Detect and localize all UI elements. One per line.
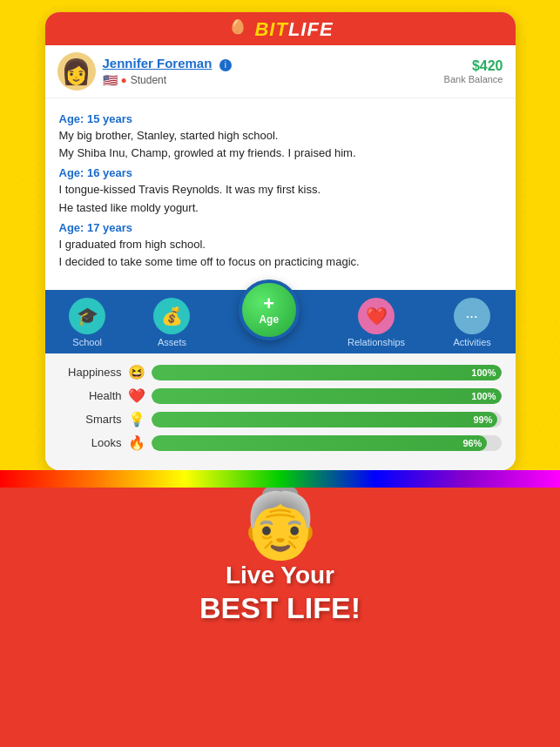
stat-label: Smarts bbox=[59, 413, 122, 426]
stat-bar-fill: 100% bbox=[152, 365, 502, 380]
status-label: Student bbox=[131, 74, 166, 86]
stats-area: Happiness😆100%Health❤️100%Smarts💡99%Look… bbox=[45, 353, 516, 470]
plus-icon: + bbox=[263, 294, 274, 313]
stat-bar-bg: 99% bbox=[152, 412, 502, 427]
age-header: Age: 17 years bbox=[59, 221, 502, 234]
top-bar: 🥚 BitLIFE bbox=[45, 12, 516, 45]
stat-pct: 96% bbox=[462, 438, 482, 448]
profile-header: 👩 Jennifer Foreman i 🇺🇸 ● Student $420 B… bbox=[45, 45, 516, 98]
flag-icon: 🇺🇸 bbox=[103, 73, 118, 87]
school-label: School bbox=[72, 337, 102, 347]
nav-item-relationships[interactable]: ❤️ Relationships bbox=[347, 298, 405, 347]
life-events: Age: 15 yearsMy big brother, Stanley, st… bbox=[45, 98, 516, 290]
stat-bar-bg: 100% bbox=[152, 365, 502, 380]
age-header: Age: 15 years bbox=[59, 112, 502, 125]
stat-row: Health❤️100% bbox=[59, 387, 502, 404]
event-text: I decided to take some time off to focus… bbox=[59, 254, 502, 270]
assets-icon-circle: 💰 bbox=[153, 298, 190, 334]
nav-item-age[interactable]: + Age bbox=[239, 297, 300, 348]
nav-item-activities[interactable]: ··· Activities bbox=[453, 298, 490, 347]
stat-label: Happiness bbox=[59, 366, 122, 379]
tagline-line1: Live Your bbox=[226, 562, 334, 589]
app-name: BitLIFE bbox=[254, 18, 333, 41]
event-text: He tasted like moldy yogurt. bbox=[59, 200, 502, 216]
tagline-line2: BEST LIFE! bbox=[199, 590, 361, 626]
nav-item-school[interactable]: 🎓 School bbox=[69, 298, 105, 347]
rainbow-bar bbox=[0, 470, 560, 488]
stat-pct: 100% bbox=[471, 391, 496, 401]
main-card: 🥚 BitLIFE 👩 Jennifer Foreman i 🇺🇸 ● bbox=[45, 12, 516, 470]
relationships-icon-circle: ❤️ bbox=[358, 298, 395, 334]
bank-amount: $420 bbox=[444, 58, 503, 74]
logo-egg-icon: 🥚 bbox=[226, 18, 249, 41]
activities-icon-circle: ··· bbox=[454, 298, 490, 334]
stat-pct: 99% bbox=[473, 414, 492, 425]
bottom-section: 👵 Live Your BEST LIFE! bbox=[0, 488, 560, 747]
stat-bar-bg: 100% bbox=[152, 388, 502, 404]
stat-label: Health bbox=[59, 389, 122, 402]
relationships-label: Relationships bbox=[347, 337, 405, 347]
status-dot: ● bbox=[121, 74, 127, 86]
stat-bar-fill: 99% bbox=[152, 412, 498, 427]
stat-row: Happiness😆100% bbox=[59, 364, 502, 380]
event-text: I graduated from high school. bbox=[59, 237, 502, 252]
info-icon[interactable]: i bbox=[219, 59, 232, 71]
bank-label: Bank Balance bbox=[444, 74, 503, 84]
activities-label: Activities bbox=[453, 337, 490, 347]
stat-emoji: 😆 bbox=[127, 364, 146, 380]
stat-bar-fill: 96% bbox=[152, 435, 488, 451]
avatar: 👩 bbox=[57, 52, 96, 91]
event-text: My big brother, Stanley, started high sc… bbox=[59, 128, 502, 144]
stat-bar-fill: 100% bbox=[152, 388, 502, 404]
bank-info: $420 Bank Balance bbox=[444, 58, 503, 84]
age-header: Age: 16 years bbox=[59, 166, 502, 179]
nav-item-assets[interactable]: 💰 Assets bbox=[153, 298, 190, 347]
profile-info: Jennifer Foreman i 🇺🇸 ● Student bbox=[103, 56, 232, 87]
tagline: Live Your BEST LIFE! bbox=[199, 561, 361, 625]
stat-emoji: ❤️ bbox=[127, 387, 146, 404]
stat-pct: 100% bbox=[471, 367, 496, 378]
age-button[interactable]: + Age bbox=[239, 279, 300, 340]
school-icon-circle: 🎓 bbox=[69, 298, 105, 334]
age-button-label: Age bbox=[259, 313, 279, 326]
profile-status: 🇺🇸 ● Student bbox=[103, 73, 232, 87]
stat-row: Smarts💡99% bbox=[59, 411, 502, 427]
stat-bar-bg: 96% bbox=[152, 435, 502, 451]
profile-left: 👩 Jennifer Foreman i 🇺🇸 ● Student bbox=[57, 52, 232, 91]
event-text: I tongue-kissed Travis Reynolds. It was … bbox=[59, 182, 502, 198]
profile-name-row: Jennifer Foreman i bbox=[103, 56, 232, 71]
assets-label: Assets bbox=[158, 337, 186, 347]
event-text: My Shiba Inu, Champ, growled at my frien… bbox=[59, 145, 502, 161]
character-face: 👵 bbox=[237, 488, 324, 557]
stat-row: Looks🔥96% bbox=[59, 434, 502, 451]
stat-label: Looks bbox=[59, 436, 122, 449]
stat-emoji: 🔥 bbox=[127, 434, 146, 451]
nav-bar: 🎓 School 💰 Assets + Age ❤️ Relationships… bbox=[45, 290, 516, 353]
stat-emoji: 💡 bbox=[127, 411, 146, 427]
player-name[interactable]: Jennifer Foreman bbox=[103, 56, 213, 71]
bitlife-logo: 🥚 BitLIFE bbox=[226, 18, 333, 41]
